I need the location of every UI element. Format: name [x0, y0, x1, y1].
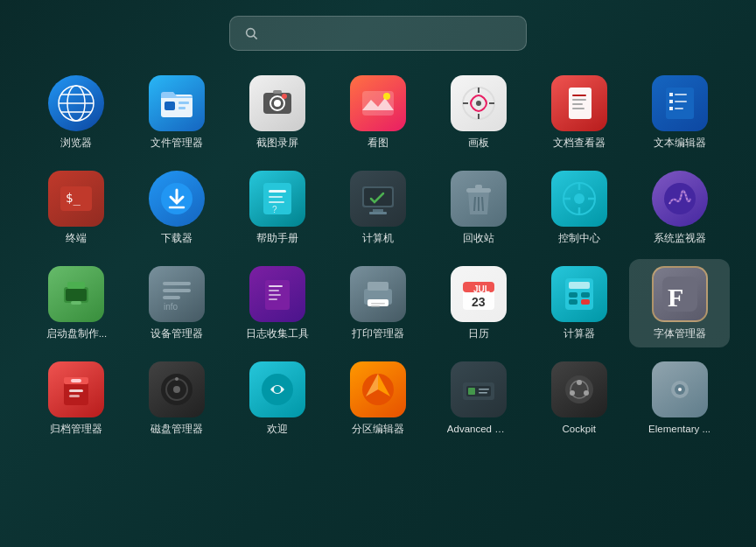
app-icon-calculator — [551, 266, 607, 322]
svg-rect-28 — [572, 108, 584, 109]
svg-rect-9 — [178, 102, 189, 104]
svg-rect-14 — [273, 90, 282, 94]
app-item-browser[interactable]: 浏览器 — [26, 68, 127, 157]
svg-rect-73 — [269, 298, 277, 300]
svg-rect-63 — [67, 282, 85, 289]
app-icon-browser — [48, 75, 104, 131]
app-item-diskmgr[interactable]: 磁盘管理器 — [127, 354, 228, 443]
app-icon-archive — [48, 361, 104, 417]
app-item-trash[interactable]: 回收站 — [428, 164, 528, 252]
svg-rect-67 — [163, 296, 180, 299]
svg-point-111 — [584, 390, 589, 396]
svg-rect-35 — [675, 108, 683, 109]
app-item-logcollect[interactable]: 日志收集工具 — [228, 259, 328, 347]
app-item-elementary[interactable]: Elementary ... — [629, 354, 730, 443]
app-item-cockpit[interactable]: Cockpit — [528, 354, 629, 443]
app-label-fontmgr: 字体管理器 — [654, 327, 706, 340]
svg-point-115 — [678, 388, 682, 391]
app-icon-bootdisk — [48, 266, 104, 322]
app-label-diskmgr: 磁盘管理器 — [150, 423, 203, 436]
app-item-downloader[interactable]: 下载器 — [127, 164, 228, 252]
app-item-archive[interactable]: 归档管理器 — [26, 354, 127, 443]
svg-text:info: info — [164, 302, 178, 312]
app-icon-canvas — [451, 75, 507, 131]
app-label-screenshot: 截图录屏 — [256, 137, 298, 150]
app-item-canvas[interactable]: 画板 — [428, 68, 528, 157]
app-item-filemanager[interactable]: 文件管理器 — [127, 68, 228, 157]
svg-rect-64 — [71, 301, 81, 305]
app-item-calendar[interactable]: JUL23日历 — [428, 259, 528, 347]
svg-rect-72 — [269, 294, 281, 296]
app-icon-trash — [451, 171, 507, 227]
search-bar[interactable] — [229, 16, 527, 51]
app-icon-controlcenter — [551, 171, 607, 227]
app-icon-downloader — [149, 171, 205, 227]
svg-rect-46 — [364, 188, 392, 206]
svg-rect-40 — [263, 183, 291, 214]
app-label-helpmanual: 帮助手册 — [256, 232, 298, 245]
app-item-printmgr[interactable]: 打印管理器 — [328, 259, 429, 347]
app-item-controlcenter[interactable]: 控制中心 — [528, 164, 629, 252]
app-icon-imageviewer — [350, 75, 406, 131]
app-icon-computer — [350, 171, 406, 227]
svg-line-51 — [474, 197, 475, 211]
svg-text:?: ? — [272, 205, 277, 214]
svg-rect-66 — [163, 289, 191, 292]
svg-rect-41 — [269, 190, 286, 193]
app-item-imageviewer[interactable]: 看图 — [328, 68, 429, 157]
app-item-devicemgr[interactable]: info设备管理器 — [127, 259, 228, 347]
app-icon-docviewer — [551, 75, 607, 131]
app-item-helpmanual[interactable]: ?帮助手册 — [228, 164, 328, 252]
app-icon-fontmgr: F — [652, 266, 708, 322]
app-label-printmgr: 打印管理器 — [352, 327, 404, 340]
app-label-logcollect: 日志收集工具 — [246, 327, 309, 340]
svg-rect-71 — [269, 290, 279, 291]
app-label-bootdisk: 启动盘制作... — [46, 327, 108, 340]
svg-rect-85 — [569, 292, 578, 298]
app-item-texteditor[interactable]: 文本编辑器 — [629, 68, 730, 157]
svg-rect-8 — [164, 102, 175, 110]
app-item-advancednet[interactable]: Advanced N... — [428, 354, 528, 443]
svg-rect-94 — [69, 389, 83, 392]
app-icon-advancednet — [451, 361, 507, 417]
app-label-calendar: 日历 — [468, 327, 489, 340]
svg-line-1 — [254, 36, 257, 39]
app-item-sysmonitor[interactable]: 系统监视器 — [629, 164, 730, 252]
app-item-welcome[interactable]: 欢迎 — [228, 354, 328, 443]
svg-rect-77 — [371, 303, 385, 305]
svg-rect-84 — [569, 282, 590, 289]
svg-rect-91 — [64, 381, 88, 405]
app-item-calculator[interactable]: 计算器 — [528, 259, 629, 347]
svg-rect-34 — [669, 107, 673, 110]
svg-rect-32 — [669, 100, 673, 103]
app-item-terminal[interactable]: $_终端 — [26, 164, 127, 252]
app-icon-cockpit — [551, 361, 607, 417]
svg-point-13 — [274, 100, 281, 107]
svg-rect-33 — [675, 101, 687, 102]
app-label-devicemgr: 设备管理器 — [150, 327, 203, 340]
svg-point-99 — [175, 377, 178, 381]
app-item-screenshot[interactable]: 截图录屏 — [228, 68, 328, 157]
app-item-bootdisk[interactable]: 启动盘制作... — [26, 259, 127, 347]
svg-rect-106 — [479, 389, 489, 390]
svg-point-108 — [565, 375, 593, 403]
svg-rect-107 — [479, 392, 487, 394]
app-icon-screenshot — [249, 75, 305, 131]
svg-rect-27 — [572, 103, 583, 105]
app-label-computer: 计算机 — [362, 232, 394, 245]
app-label-texteditor: 文本编辑器 — [654, 137, 706, 150]
app-icon-logcollect — [249, 266, 305, 322]
app-label-sysmonitor: 系统监视器 — [654, 232, 706, 245]
search-input[interactable] — [265, 26, 512, 41]
app-item-docviewer[interactable]: 文档查看器 — [528, 68, 629, 157]
svg-rect-43 — [269, 201, 284, 203]
app-item-fontmgr[interactable]: F字体管理器 — [629, 259, 730, 347]
app-item-parteditor[interactable]: 分区编辑器 — [328, 354, 429, 443]
app-item-computer[interactable]: 计算机 — [328, 164, 429, 252]
svg-point-55 — [574, 193, 584, 204]
app-icon-printmgr — [350, 266, 406, 322]
app-label-trash: 回收站 — [463, 232, 494, 245]
app-label-canvas: 画板 — [468, 137, 489, 150]
app-icon-filemanager — [149, 75, 205, 131]
svg-rect-95 — [69, 395, 80, 397]
